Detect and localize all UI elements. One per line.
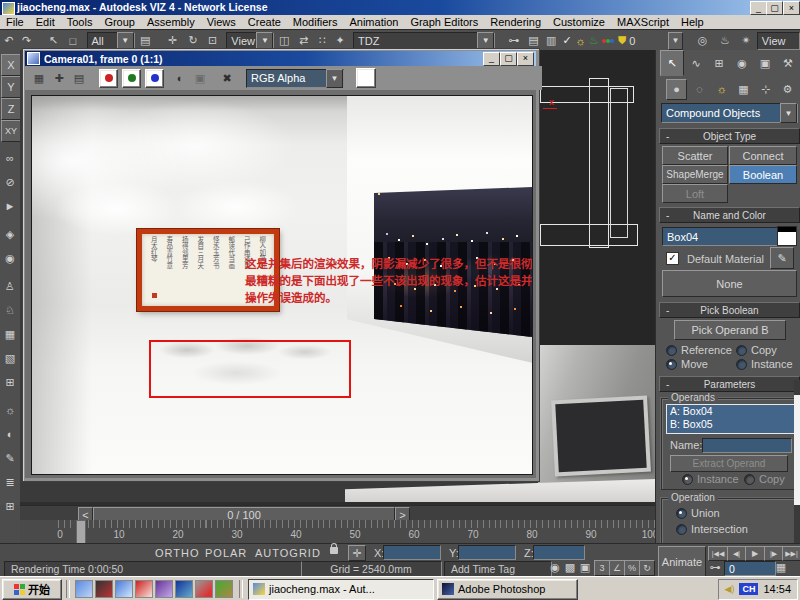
menu-modifiers[interactable]: Modifiers [287, 16, 344, 28]
clear-icon[interactable]: ✖ [218, 72, 236, 85]
operand-item[interactable]: B: Box05 [670, 418, 794, 431]
connect-button[interactable]: Connect [729, 146, 797, 165]
material-none-button[interactable]: None [662, 270, 797, 297]
set-key-icon[interactable]: ⊶ [708, 561, 722, 574]
x-coordinate-field[interactable] [383, 545, 441, 560]
save-bitmap-icon[interactable]: ▦ [31, 72, 47, 85]
channel-display-dropdown[interactable]: RGB Alpha ▼ [246, 69, 344, 88]
target-icon[interactable]: ◉ [0, 248, 20, 268]
select-by-name-icon[interactable]: ▤ [135, 34, 156, 47]
minimize-button[interactable]: _ [483, 52, 500, 66]
operands-list[interactable]: A: Box04 B: Box05 [666, 404, 795, 434]
quicklaunch-icon[interactable] [195, 580, 213, 598]
autogrid-mode[interactable]: AUTOGRID [255, 547, 321, 559]
rollout-object-type[interactable]: - Object Type [659, 128, 800, 144]
shade-icon[interactable]: ◐ [0, 424, 20, 444]
operand-name-field[interactable] [702, 438, 792, 453]
menu-group[interactable]: Group [98, 16, 141, 28]
boolean-button[interactable]: Boolean [729, 165, 797, 184]
chevron-down-icon[interactable]: ▼ [256, 32, 273, 50]
angle-snap-icon[interactable]: ∠ [609, 560, 625, 576]
default-material-checkbox[interactable]: ✓ [666, 252, 679, 265]
crossing-icon[interactable]: ▩ [563, 561, 577, 574]
light-bulb-icon[interactable]: ☼ [574, 35, 586, 47]
tab-motion-icon[interactable]: ◉ [731, 52, 753, 74]
quicklaunch-icon[interactable] [95, 580, 113, 598]
selection-region-icon[interactable]: □ [63, 35, 83, 47]
layers-icon[interactable]: ⊞ [0, 372, 20, 392]
spinner-snap-icon[interactable]: ↻ [639, 560, 655, 576]
mirror-icon[interactable]: ⇄ [294, 34, 314, 47]
snap-cube-icon[interactable]: ▣ [578, 561, 592, 574]
check-icon[interactable]: ✓ [560, 34, 574, 47]
physique-icon[interactable]: ▧ [0, 348, 20, 368]
rgb-circles-icon[interactable] [601, 39, 615, 43]
chevron-down-icon[interactable]: ▼ [326, 69, 343, 88]
skin-icon[interactable]: ▦ [0, 324, 20, 344]
menu-views[interactable]: Views [201, 16, 242, 28]
render-lock-icon[interactable]: ♨ [587, 34, 601, 47]
category-dropdown[interactable]: Compound Objects ▼ [661, 103, 798, 123]
maximize-button[interactable]: ▢ [766, 1, 783, 15]
edit-icon[interactable]: ✎ [0, 448, 20, 468]
y-coordinate-field[interactable] [458, 545, 516, 560]
scale-icon[interactable]: ⊡ [203, 34, 223, 47]
clone-window-icon[interactable]: ✚ [51, 72, 67, 85]
add-time-tag[interactable]: Add Time Tag [444, 561, 552, 577]
red-channel-button[interactable] [99, 69, 118, 88]
cameras-icon[interactable]: ▦ [734, 80, 753, 99]
shapes-icon[interactable]: ◌ [690, 80, 709, 99]
shapemerge-button[interactable]: ShapeMerge [662, 165, 728, 184]
tab-display-icon[interactable]: ▣ [754, 52, 776, 74]
alpha-channel-icon[interactable]: ▣ [192, 72, 208, 85]
collapse-icon[interactable]: - [666, 210, 669, 221]
geometry-icon[interactable]: ● [666, 79, 687, 100]
rollout-name-color[interactable]: - Name and Color [659, 207, 800, 223]
redo-icon[interactable]: ↷ [18, 34, 36, 47]
quicklaunch-icon[interactable] [215, 580, 233, 598]
reference-coord-dropdown[interactable]: View ▼ [226, 32, 274, 50]
menu-graph-editors[interactable]: Graph Editors [404, 16, 484, 28]
selection-filter-dropdown[interactable]: All ▼ [87, 32, 135, 50]
chevron-down-icon[interactable]: ▼ [477, 32, 494, 50]
link-icon[interactable]: ∞ [0, 148, 20, 168]
lock-icon[interactable] [330, 547, 338, 554]
menu-help[interactable]: Help [675, 16, 710, 28]
array-icon[interactable]: ∷ [313, 34, 331, 47]
menu-create[interactable]: Create [242, 16, 287, 28]
menu-file[interactable]: File [0, 16, 30, 28]
object-name-field[interactable]: Box04 [662, 227, 778, 246]
go-to-end-icon[interactable]: ▶▶| [782, 546, 800, 561]
print-icon[interactable]: ▤ [71, 72, 87, 85]
undo-icon[interactable]: ↶ [0, 34, 18, 47]
rotate-icon[interactable]: ↻ [183, 34, 203, 47]
pick-operand-b-button[interactable]: Pick Operand B [674, 320, 786, 340]
axis-x-button[interactable]: X [1, 54, 21, 76]
menu-rendering[interactable]: Rendering [484, 16, 547, 28]
background-color-swatch[interactable] [356, 68, 376, 88]
menu-tools[interactable]: Tools [61, 16, 99, 28]
collapse-icon[interactable]: - [666, 379, 669, 390]
quicklaunch-icon[interactable] [155, 580, 173, 598]
operand-item[interactable]: A: Box04 [670, 405, 794, 418]
close-button[interactable]: × [783, 1, 800, 15]
tab-create-icon[interactable]: ↖ [660, 50, 684, 76]
blue-channel-button[interactable] [145, 69, 164, 88]
panel-scrollbar-thumb[interactable] [794, 395, 800, 505]
quicklaunch-icon[interactable] [135, 580, 153, 598]
bind-spacewarp-icon[interactable]: ► [0, 196, 20, 216]
radio-copy[interactable]: Copy [736, 344, 777, 356]
track-bar-thumb[interactable] [76, 520, 86, 543]
task-button-viz[interactable]: jiaocheng.max - Aut... [248, 579, 434, 600]
light-icon[interactable]: ☼ [0, 400, 20, 420]
green-channel-button[interactable] [122, 69, 141, 88]
tab-utilities-icon[interactable]: ⚒ [777, 52, 799, 74]
helpers-icon[interactable]: ⊹ [756, 80, 775, 99]
list-icon[interactable]: ≣ [0, 472, 20, 492]
render-view-box[interactable]: View [757, 32, 800, 50]
quicklaunch-icon[interactable] [75, 580, 93, 598]
render-window-titlebar[interactable]: Camera01, frame 0 (1:1) _ ▢ × [25, 51, 536, 66]
select-object-icon[interactable]: ↖ [44, 34, 64, 47]
snap-3d-icon[interactable]: 3 [594, 560, 610, 576]
bone-icon[interactable]: ♘ [0, 300, 20, 320]
